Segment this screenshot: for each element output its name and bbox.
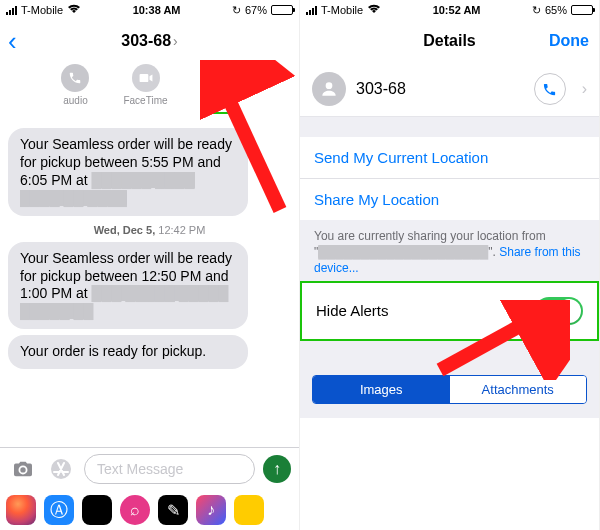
info-button[interactable]: i info <box>202 64 238 114</box>
incoming-message[interactable]: Your order is ready for pickup. <box>8 335 248 369</box>
rotation-lock-icon: ↻ <box>232 4 241 17</box>
drawer-app-icon[interactable]: ♪ <box>196 495 226 525</box>
carrier-label: T-Mobile <box>21 4 63 16</box>
info-icon: i <box>206 68 234 96</box>
location-description: You are currently sharing your location … <box>300 220 599 281</box>
details-screen: T-Mobile 10:52 AM ↻ 65% Details Done 303… <box>300 0 600 530</box>
clock: 10:38 AM <box>133 4 181 16</box>
app-drawer[interactable]: Ⓐ ⌕ ✎ ♪ <box>0 490 299 530</box>
facetime-button[interactable]: FaceTime <box>123 64 167 114</box>
drawer-app-icon[interactable] <box>234 495 264 525</box>
message-input[interactable]: Text Message <box>84 454 255 484</box>
call-button[interactable] <box>534 73 566 105</box>
contact-name: 303-68 <box>356 80 524 98</box>
segment-images[interactable]: Images <box>313 376 450 403</box>
segment-attachments[interactable]: Attachments <box>450 376 587 403</box>
avatar-icon <box>312 72 346 106</box>
hide-alerts-toggle[interactable] <box>535 297 583 325</box>
messages-screen: T-Mobile 10:38 AM ↻ 67% ‹ 303-68› audio … <box>0 0 300 530</box>
drawer-app-icon[interactable]: ✎ <box>158 495 188 525</box>
page-title: Details <box>423 32 475 50</box>
hide-alerts-row: Hide Alerts <box>302 283 597 339</box>
nav-bar: Details Done <box>300 20 599 62</box>
battery-icon <box>271 5 293 15</box>
wifi-icon <box>67 3 81 17</box>
drawer-app-icon[interactable]: Ⓐ <box>44 495 74 525</box>
battery-icon <box>571 5 593 15</box>
send-location-button[interactable]: Send My Current Location <box>300 137 599 178</box>
back-button[interactable]: ‹ <box>8 26 17 57</box>
svg-point-2 <box>326 82 333 89</box>
message-input-bar: Text Message ↑ <box>0 447 299 490</box>
hide-alerts-label: Hide Alerts <box>316 302 389 319</box>
incoming-message[interactable]: Your Seamless order will be ready for pi… <box>8 128 248 216</box>
message-list[interactable]: Your Seamless order will be ready for pi… <box>0 122 299 447</box>
done-button[interactable]: Done <box>549 32 589 50</box>
wifi-icon <box>367 3 381 17</box>
audio-label: audio <box>63 95 87 106</box>
battery-percent: 65% <box>545 4 567 16</box>
rotation-lock-icon: ↻ <box>532 4 541 17</box>
app-store-icon[interactable] <box>46 454 76 484</box>
info-label: info <box>211 99 227 110</box>
incoming-message[interactable]: Your Seamless order will be ready for pi… <box>8 242 248 330</box>
svg-rect-0 <box>139 74 148 82</box>
contact-row[interactable]: 303-68 › <box>300 62 599 117</box>
segmented-control: Images Attachments <box>312 375 587 404</box>
conversation-actions: audio FaceTime i info <box>0 62 299 122</box>
video-icon <box>132 64 160 92</box>
audio-call-button[interactable]: audio <box>61 64 89 114</box>
share-location-button[interactable]: Share My Location <box>300 178 599 220</box>
chevron-right-icon: › <box>582 80 587 98</box>
status-bar: T-Mobile 10:38 AM ↻ 67% <box>0 0 299 20</box>
phone-icon <box>61 64 89 92</box>
facetime-label: FaceTime <box>123 95 167 106</box>
drawer-app-icon[interactable] <box>82 495 112 525</box>
signal-icon <box>6 6 17 15</box>
carrier-label: T-Mobile <box>321 4 363 16</box>
drawer-app-icon[interactable] <box>6 495 36 525</box>
status-bar: T-Mobile 10:52 AM ↻ 65% <box>300 0 599 20</box>
nav-bar: ‹ 303-68› <box>0 20 299 62</box>
battery-percent: 67% <box>245 4 267 16</box>
camera-icon[interactable] <box>8 454 38 484</box>
conversation-title[interactable]: 303-68› <box>121 32 178 50</box>
drawer-app-icon[interactable]: ⌕ <box>120 495 150 525</box>
settings-list: Send My Current Location Share My Locati… <box>300 117 599 418</box>
clock: 10:52 AM <box>433 4 481 16</box>
timestamp: Wed, Dec 5, 12:42 PM <box>8 224 291 236</box>
signal-icon <box>306 6 317 15</box>
send-button[interactable]: ↑ <box>263 455 291 483</box>
